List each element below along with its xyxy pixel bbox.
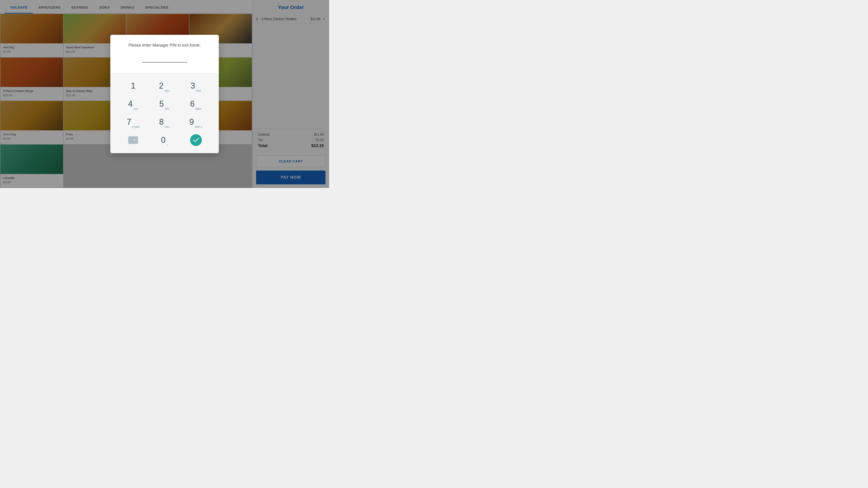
keypad-row-2: 4 GHI 5 JKL 6 MNO — [118, 96, 212, 111]
pin-dialog: Please enter Manager PIN to exit Kiosk: … — [110, 35, 219, 153]
key-9-number: 9 — [189, 118, 194, 126]
key-9[interactable]: 9 WXYZ — [185, 114, 207, 130]
keypad-row-3: 7 PQRS 8 TUV 9 WXYZ — [118, 114, 212, 130]
key-5-number: 5 — [159, 100, 164, 108]
keypad-row-1: 1 2 ABC 3 DEF — [118, 78, 212, 94]
key-9-letters: WXYZ — [195, 126, 203, 130]
key-2-number: 2 — [159, 82, 163, 90]
key-3-number: 3 — [191, 82, 195, 90]
key-7-letters: PQRS — [132, 126, 140, 130]
pin-input-area — [118, 54, 212, 69]
key-4-letters: GHI — [133, 107, 138, 111]
key-4-number: 4 — [128, 100, 133, 108]
confirm-circle — [190, 134, 202, 146]
modal-overlay[interactable]: Please enter Manager PIN to exit Kiosk: … — [0, 0, 329, 188]
key-2[interactable]: 2 ABC — [153, 78, 176, 94]
keypad-row-4: 0 + — [118, 132, 212, 148]
key-1[interactable]: 1 — [122, 78, 145, 94]
key-6-letters: MNO — [195, 107, 202, 111]
pin-input[interactable] — [142, 54, 187, 63]
pin-keypad: 1 2 ABC 3 DEF 4 GHI 5 JKL — [110, 74, 219, 153]
key-0[interactable]: 0 + — [153, 132, 176, 148]
key-5-letters: JKL — [165, 107, 170, 111]
key-1-number: 1 — [131, 82, 135, 90]
key-confirm[interactable] — [185, 132, 207, 148]
pin-header: Please enter Manager PIN to exit Kiosk: — [110, 35, 219, 73]
key-2-letters: ABC — [164, 90, 170, 94]
key-5[interactable]: 5 JKL — [153, 96, 176, 111]
key-8-number: 8 — [159, 118, 164, 126]
backspace-icon — [128, 136, 138, 144]
key-7-number: 7 — [127, 118, 131, 126]
key-backspace[interactable] — [122, 132, 145, 148]
key-3-letters: DEF — [196, 90, 202, 94]
key-6[interactable]: 6 MNO — [185, 96, 207, 111]
key-3[interactable]: 3 DEF — [185, 78, 207, 94]
key-0-number: 0 — [161, 136, 166, 144]
key-7[interactable]: 7 PQRS — [122, 114, 145, 130]
key-0-letters: + — [166, 144, 168, 148]
key-8[interactable]: 8 TUV — [153, 114, 176, 130]
key-8-letters: TUV — [164, 126, 170, 130]
key-4[interactable]: 4 GHI — [122, 96, 145, 111]
key-6-number: 6 — [190, 100, 195, 108]
pin-title: Please enter Manager PIN to exit Kiosk: — [118, 43, 212, 48]
